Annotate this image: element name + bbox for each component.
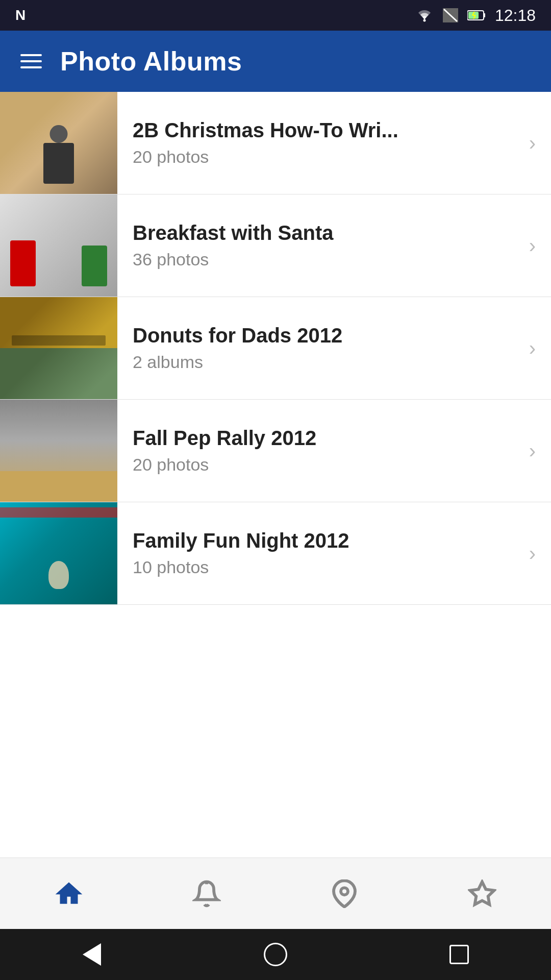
hamburger-menu-button[interactable] bbox=[20, 54, 42, 68]
page-title: Photo Albums bbox=[60, 46, 242, 77]
star-icon bbox=[468, 879, 496, 908]
chevron-right-icon: › bbox=[529, 234, 536, 257]
chevron-right-icon: › bbox=[529, 439, 536, 462]
battery-icon bbox=[467, 9, 486, 21]
album-name: Breakfast with Santa bbox=[133, 222, 529, 244]
album-list: 2B Christmas How-To Wri... 20 photos › B… bbox=[0, 92, 551, 857]
album-item[interactable]: Breakfast with Santa 36 photos › bbox=[0, 194, 551, 297]
status-bar: N 12:18 bbox=[0, 0, 551, 31]
status-bar-left: N bbox=[15, 7, 25, 23]
album-thumbnail bbox=[0, 194, 117, 297]
album-info: Donuts for Dads 2012 2 albums bbox=[133, 324, 529, 372]
tab-notifications[interactable] bbox=[138, 858, 276, 929]
chevron-right-icon: › bbox=[529, 542, 536, 565]
album-item[interactable]: Donuts for Dads 2012 2 albums › bbox=[0, 297, 551, 400]
home-button[interactable] bbox=[255, 934, 296, 975]
app-logo-icon: N bbox=[15, 7, 25, 23]
chevron-right-icon: › bbox=[529, 132, 536, 155]
tab-bar bbox=[0, 857, 551, 929]
recent-apps-button[interactable] bbox=[439, 934, 480, 975]
album-count: 10 photos bbox=[133, 557, 529, 577]
album-name: Fall Pep Rally 2012 bbox=[133, 427, 529, 450]
album-info: 2B Christmas How-To Wri... 20 photos bbox=[133, 119, 529, 167]
svg-point-0 bbox=[423, 19, 425, 22]
album-count: 20 photos bbox=[133, 147, 529, 167]
home-icon bbox=[55, 879, 83, 908]
album-thumbnail bbox=[0, 400, 117, 502]
status-bar-right: 12:18 bbox=[415, 6, 536, 25]
album-info: Family Fun Night 2012 10 photos bbox=[133, 529, 529, 577]
app-bar: Photo Albums bbox=[0, 31, 551, 92]
wifi-icon bbox=[415, 8, 434, 22]
album-name: Family Fun Night 2012 bbox=[133, 529, 529, 552]
album-count: 2 albums bbox=[133, 352, 529, 372]
album-count: 20 photos bbox=[133, 455, 529, 475]
tab-favorites[interactable] bbox=[413, 858, 551, 929]
status-time: 12:18 bbox=[495, 6, 536, 25]
chevron-right-icon: › bbox=[529, 337, 536, 360]
tab-location[interactable] bbox=[276, 858, 413, 929]
album-item[interactable]: Family Fun Night 2012 10 photos › bbox=[0, 502, 551, 605]
album-thumbnail bbox=[0, 297, 117, 399]
album-count: 36 photos bbox=[133, 250, 529, 270]
svg-rect-4 bbox=[484, 13, 485, 17]
album-name: 2B Christmas How-To Wri... bbox=[133, 119, 529, 142]
album-thumbnail bbox=[0, 92, 117, 194]
bell-icon bbox=[192, 879, 221, 908]
location-icon bbox=[330, 879, 359, 908]
album-item[interactable]: 2B Christmas How-To Wri... 20 photos › bbox=[0, 92, 551, 194]
svg-marker-11 bbox=[470, 881, 494, 904]
tab-home[interactable] bbox=[0, 858, 138, 929]
back-button[interactable] bbox=[71, 934, 112, 975]
svg-point-10 bbox=[341, 888, 348, 895]
album-thumbnail bbox=[0, 502, 117, 604]
android-nav-bar bbox=[0, 929, 551, 980]
album-info: Fall Pep Rally 2012 20 photos bbox=[133, 427, 529, 475]
album-item[interactable]: Fall Pep Rally 2012 20 photos › bbox=[0, 400, 551, 502]
album-name: Donuts for Dads 2012 bbox=[133, 324, 529, 347]
album-info: Breakfast with Santa 36 photos bbox=[133, 222, 529, 270]
signal-icon bbox=[443, 8, 458, 22]
